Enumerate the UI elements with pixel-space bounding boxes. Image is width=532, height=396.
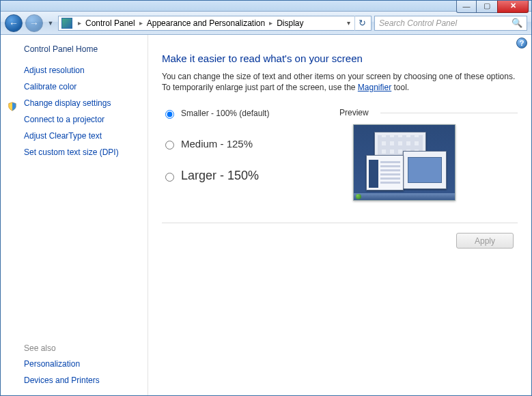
address-dropdown[interactable]: ▾ bbox=[343, 19, 354, 27]
sidebar: Control Panel Home Adjust resolution Cal… bbox=[1, 35, 148, 395]
radio-medium[interactable] bbox=[165, 141, 174, 150]
magnifier-link[interactable]: Magnifier bbox=[358, 83, 391, 92]
option-medium[interactable]: Medium - 125% bbox=[162, 138, 339, 150]
option-label: Larger - 150% bbox=[181, 169, 259, 183]
breadcrumb-item[interactable]: Appearance and Personalization bbox=[145, 18, 266, 28]
refresh-button[interactable]: ↻ bbox=[354, 16, 369, 31]
see-also-devices-printers[interactable]: Devices and Printers bbox=[24, 376, 138, 385]
sidebar-link-adjust-cleartype[interactable]: Adjust ClearType text bbox=[24, 131, 138, 141]
see-also-personalization[interactable]: Personalization bbox=[24, 359, 138, 369]
back-button[interactable]: ← bbox=[5, 14, 23, 32]
preview-image bbox=[353, 124, 456, 201]
history-dropdown[interactable]: ▼ bbox=[46, 16, 55, 31]
option-smaller[interactable]: Smaller - 100% (default) bbox=[162, 108, 339, 119]
control-panel-home-link[interactable]: Control Panel Home bbox=[24, 44, 138, 54]
help-button[interactable]: ? bbox=[516, 38, 527, 48]
breadcrumb-item[interactable]: Control Panel bbox=[84, 18, 137, 28]
preview-taskbar-icon bbox=[354, 193, 455, 200]
radio-larger[interactable] bbox=[165, 173, 174, 182]
sidebar-link-calibrate-color[interactable]: Calibrate color bbox=[24, 82, 138, 91]
control-panel-icon bbox=[61, 18, 72, 29]
preview-label: Preview bbox=[339, 108, 518, 117]
shield-icon bbox=[8, 102, 17, 111]
option-larger[interactable]: Larger - 150% bbox=[162, 169, 339, 183]
sidebar-link-adjust-resolution[interactable]: Adjust resolution bbox=[24, 66, 138, 75]
option-label: Medium - 125% bbox=[181, 138, 253, 150]
search-icon: 🔍 bbox=[512, 18, 522, 28]
main-content: ? Make it easier to read what's on your … bbox=[148, 35, 531, 395]
page-title: Make it easier to read what's on your sc… bbox=[162, 53, 518, 64]
breadcrumb-sep: ▸ bbox=[266, 19, 275, 27]
content-body: Control Panel Home Adjust resolution Cal… bbox=[1, 35, 531, 395]
size-options: Smaller - 100% (default) Medium - 125% L… bbox=[162, 108, 339, 202]
sidebar-link-set-dpi[interactable]: Set custom text size (DPI) bbox=[24, 147, 138, 157]
page-description: You can change the size of text and othe… bbox=[162, 71, 518, 93]
description-text: You can change the size of text and othe… bbox=[162, 72, 515, 92]
search-input[interactable]: Search Control Panel 🔍 bbox=[374, 16, 527, 31]
preview-window-icon bbox=[366, 155, 404, 190]
maximize-button[interactable]: ▢ bbox=[477, 0, 497, 13]
forward-button[interactable]: → bbox=[25, 14, 43, 32]
close-button[interactable]: ✕ bbox=[497, 0, 529, 13]
preview-area: Preview bbox=[339, 108, 518, 202]
radio-smaller[interactable] bbox=[165, 110, 174, 119]
titlebar: — ▢ ✕ bbox=[1, 1, 531, 12]
description-text-2: tool. bbox=[391, 83, 409, 92]
separator bbox=[162, 223, 518, 223]
minimize-button[interactable]: — bbox=[456, 0, 477, 13]
breadcrumb-item[interactable]: Display bbox=[275, 18, 305, 28]
breadcrumb-sep: ▸ bbox=[137, 19, 145, 27]
search-placeholder: Search Control Panel bbox=[379, 18, 457, 28]
window-controls: — ▢ ✕ bbox=[456, 0, 529, 13]
see-also-heading: See also bbox=[24, 343, 138, 353]
sidebar-link-change-display-settings[interactable]: Change display settings bbox=[24, 98, 138, 108]
breadcrumb-sep: ▸ bbox=[75, 19, 84, 27]
preview-window-icon bbox=[403, 151, 447, 189]
option-label: Smaller - 100% (default) bbox=[181, 109, 269, 118]
sidebar-link-connect-projector[interactable]: Connect to a projector bbox=[24, 115, 138, 124]
navigation-bar: ← → ▼ ▸ Control Panel ▸ Appearance and P… bbox=[1, 12, 531, 35]
address-bar[interactable]: ▸ Control Panel ▸ Appearance and Persona… bbox=[58, 16, 372, 31]
apply-button[interactable]: Apply bbox=[456, 233, 514, 249]
